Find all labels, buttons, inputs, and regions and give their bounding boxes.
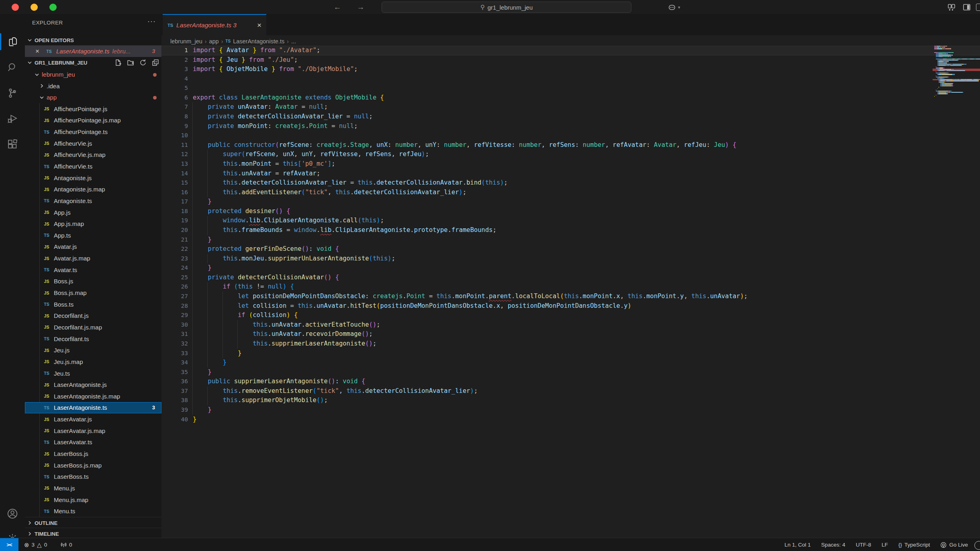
code-line[interactable]: 21} <box>161 235 980 245</box>
file-row-Menuts[interactable]: TSMenu.ts <box>25 505 161 517</box>
code-line[interactable]: 38this.supprimerObjetMobile(); <box>161 396 980 405</box>
code-line[interactable]: 18protected dessiner() { <box>161 207 980 216</box>
file-row-Jeujs[interactable]: JSJeu.js <box>25 344 161 356</box>
indentation[interactable]: Spaces: 4 <box>821 542 845 548</box>
file-row-Avatarts[interactable]: TSAvatar.ts <box>25 264 161 276</box>
code-line[interactable]: 3import { ObjetMobile } from "./ObjetMob… <box>161 65 980 74</box>
file-row-AfficheurPointagejs[interactable]: JSAfficheurPointage.js <box>25 103 161 115</box>
code-line[interactable]: 34} <box>161 358 980 368</box>
file-row-LaserBossjsmap[interactable]: JSLaserBoss.js.map <box>25 460 161 471</box>
tab-laserantagoniste[interactable]: TS LaserAntagoniste.ts 3 × <box>163 14 266 35</box>
code-line[interactable]: 31this.unAvatar.recevoirDommage(); <box>161 329 980 339</box>
workspace-collapse-all-icon[interactable] <box>151 59 159 67</box>
code-line[interactable]: 40} <box>161 415 980 425</box>
file-row-LaserBossjs[interactable]: JSLaserBoss.js <box>25 448 161 460</box>
code-line[interactable]: 24} <box>161 263 980 273</box>
file-row-Jeuts[interactable]: TSJeu.ts <box>25 368 161 379</box>
section-open-editors[interactable]: OPEN EDITORS <box>25 35 161 46</box>
workspace-new-file-icon[interactable] <box>114 59 122 67</box>
file-row-Bossjs[interactable]: JSBoss.js <box>25 276 161 287</box>
file-row-AfficheurViejsmap[interactable]: JSAfficheurVie.js.map <box>25 149 161 161</box>
workspace-new-folder-icon[interactable] <box>127 59 135 67</box>
code-line[interactable]: 29if (collision) { <box>161 311 980 320</box>
code-line[interactable]: 32this.supprimerLaserAntagoniste(); <box>161 339 980 349</box>
run-debug-icon[interactable] <box>0 107 25 130</box>
file-row-Decorfilantts[interactable]: TSDecorfilant.ts <box>25 333 161 345</box>
file-row-Decorfilantjsmap[interactable]: JSDecorfilant.js.map <box>25 321 161 333</box>
code-line[interactable]: 25private detecterCollisionAvatar() { <box>161 273 980 283</box>
code-line[interactable]: 15this.detecterCollisionAvatar_lier = th… <box>161 178 980 188</box>
status-edge-partial-icon[interactable] <box>974 541 980 550</box>
file-row-LaserAvatarjs[interactable]: JSLaserAvatar.js <box>25 413 161 425</box>
file-row-LaserAntagonistejs[interactable]: JSLaserAntagoniste.js <box>25 379 161 390</box>
code-line[interactable]: 6export class LaserAntagoniste extends O… <box>161 93 980 103</box>
search-view-icon[interactable] <box>0 56 25 79</box>
file-row-AfficheurViets[interactable]: TSAfficheurVie.ts <box>25 161 161 172</box>
code-line[interactable]: 9private monPoint: createjs.Point = null… <box>161 122 980 131</box>
code-line[interactable]: 20this.frameBounds = window.lib.ClipLase… <box>161 226 980 235</box>
section-outline[interactable]: OUTLINE <box>25 517 161 529</box>
code-line[interactable]: 10 <box>161 131 980 140</box>
copilot-icon[interactable] <box>668 3 676 12</box>
breadcrumb-folder[interactable]: lebrunm_jeu <box>170 38 202 45</box>
breadcrumb-file[interactable]: LaserAntagoniste.ts <box>233 38 284 45</box>
file-row-AfficheurPointagets[interactable]: TSAfficheurPointage.ts <box>25 126 161 138</box>
code-line[interactable]: 8private detecterCollisionAvatar_lier = … <box>161 112 980 122</box>
file-row-AfficheurPointagejsmap[interactable]: JSAfficheurPointage.js.map <box>25 115 161 126</box>
code-line[interactable]: 16this.addEventListener("tick", this.det… <box>161 188 980 197</box>
code-line[interactable]: 39} <box>161 405 980 415</box>
file-row-Bossts[interactable]: TSBoss.ts <box>25 299 161 310</box>
extensions-icon[interactable] <box>0 133 25 156</box>
customize-layout-icon[interactable] <box>947 3 956 12</box>
code-line[interactable]: 7private unAvatar: Avatar = null; <box>161 102 980 112</box>
code-line[interactable]: 37this.removeEventListener("tick", this.… <box>161 386 980 396</box>
code-line[interactable]: 35} <box>161 368 980 377</box>
file-row-Avatarjs[interactable]: JSAvatar.js <box>25 241 161 253</box>
code-line[interactable]: 11public constructor(refScene: createjs.… <box>161 140 980 150</box>
code-line[interactable]: 28let collision = this.unAvatar.hitTest(… <box>161 301 980 311</box>
close-icon[interactable]: × <box>35 47 39 55</box>
go-live-button[interactable]: Go Live <box>940 542 968 548</box>
file-row-Jeujsmap[interactable]: JSJeu.js.map <box>25 356 161 368</box>
file-row-LaserAntagonistejsmap[interactable]: JSLaserAntagoniste.js.map <box>25 390 161 402</box>
file-row-Menujs[interactable]: JSMenu.js <box>25 482 161 494</box>
code-line[interactable]: 30this.unAvatar.activerEtatTouche(); <box>161 320 980 330</box>
code-line[interactable]: 33} <box>161 349 980 358</box>
code-line[interactable]: 17} <box>161 197 980 207</box>
breadcrumb-symbol[interactable]: ... <box>291 38 296 45</box>
encoding[interactable]: UTF-8 <box>856 542 871 548</box>
window-edge-partial-icon[interactable] <box>976 4 980 11</box>
folder-row-idea[interactable]: .idea <box>25 80 161 92</box>
open-editor-item[interactable]: ×TSLaserAntagoniste.tslebru...3 <box>25 45 161 57</box>
file-row-Antagonistets[interactable]: TSAntagoniste.ts <box>25 195 161 207</box>
breadcrumb-folder[interactable]: app <box>209 38 218 45</box>
code-line[interactable]: 4 <box>161 74 980 84</box>
window-minimize-button[interactable] <box>31 4 38 11</box>
section-workspace[interactable]: GR1_LEBRUNM_JEU <box>25 57 161 68</box>
file-row-LaserAvatarjsmap[interactable]: JSLaserAvatar.js.map <box>25 425 161 437</box>
tab-close-icon[interactable]: × <box>257 21 261 30</box>
file-row-LaserBossts[interactable]: TSLaserBoss.ts <box>25 471 161 482</box>
chevron-down-icon[interactable]: ▾ <box>678 5 687 14</box>
eol-sequence[interactable]: LF <box>882 542 888 548</box>
file-row-AfficheurViejs[interactable]: JSAfficheurVie.js <box>25 138 161 149</box>
toggle-panel-icon[interactable] <box>962 3 971 12</box>
file-row-LaserAvatarts[interactable]: TSLaserAvatar.ts <box>25 437 161 448</box>
code-line[interactable]: 36public supprimerLaserAntagoniste(): vo… <box>161 377 980 386</box>
code-line[interactable]: 19window.lib.ClipLaserAntagoniste.call(t… <box>161 216 980 226</box>
cursor-position[interactable]: Ln 1, Col 1 <box>784 542 811 548</box>
code-line[interactable]: 26if (this != null) { <box>161 282 980 292</box>
language-mode[interactable]: {} TypeScript <box>898 542 930 548</box>
code-line[interactable]: 14this.unAvatar = refAvatar; <box>161 169 980 179</box>
file-row-Appts[interactable]: TSApp.ts <box>25 230 161 241</box>
code-line[interactable]: 22protected gererFinDeScene(): void { <box>161 244 980 254</box>
problems-status[interactable]: ⊗ 3 △ 0 <box>24 538 47 551</box>
minimap[interactable] <box>933 46 980 126</box>
code-line[interactable]: 1import { Avatar } from "./Avatar"; <box>161 46 980 55</box>
file-row-Decorfilantjs[interactable]: JSDecorfilant.js <box>25 310 161 322</box>
file-row-Appjs[interactable]: JSApp.js <box>25 207 161 218</box>
window-zoom-button[interactable] <box>49 4 57 11</box>
code-line[interactable]: 23this.monJeu.supprimerUnLaserAntagonist… <box>161 254 980 264</box>
folder-row-app[interactable]: app <box>25 91 161 103</box>
workspace-refresh-icon[interactable] <box>139 59 147 67</box>
